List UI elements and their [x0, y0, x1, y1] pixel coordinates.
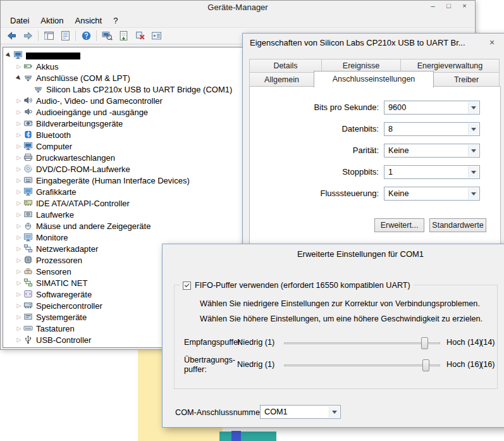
- field-dropdown[interactable]: 9600: [384, 101, 480, 115]
- tree-item-label: Mäuse und andere Zeigegeräte: [34, 221, 151, 231]
- audio-endpoint-icon: [23, 107, 34, 117]
- back-icon[interactable]: [3, 28, 20, 43]
- tree-item-label: Silicon Labs CP210x USB to UART Bridge (…: [44, 85, 232, 94]
- field-dropdown[interactable]: 1: [384, 165, 480, 179]
- monitor-icon: [23, 232, 34, 242]
- collapsed-arrow-icon[interactable]: ▷: [15, 266, 23, 277]
- tree-item-label: Druckwarteschlangen: [34, 153, 115, 163]
- tab-energieverwaltung[interactable]: Energieverwaltung: [400, 59, 500, 72]
- dropdown-arrow-icon[interactable]: [329, 406, 340, 418]
- background-window-fragment-blue: [231, 431, 241, 441]
- collapsed-arrow-icon[interactable]: ▷: [15, 106, 23, 118]
- tree-item-label: Audio-, Video- und Gamecontroller: [34, 96, 163, 106]
- collapsed-arrow-icon[interactable]: ▷: [15, 311, 23, 323]
- keyboard-icon: [23, 323, 34, 333]
- software-device-icon: [23, 289, 34, 299]
- system-device-icon: [23, 312, 34, 322]
- tab-details[interactable]: Details: [249, 59, 322, 72]
- dropdown-value: Keine: [388, 146, 409, 155]
- dropdown-value: COM1: [264, 407, 288, 416]
- field-dropdown[interactable]: Keine: [384, 187, 480, 201]
- help-icon[interactable]: [78, 28, 94, 43]
- tree-item-label: Audioeingänge und -ausgänge: [34, 108, 148, 117]
- export-list-icon[interactable]: [57, 28, 73, 43]
- storage-controller-icon: [23, 301, 34, 311]
- fifo-checkbox-label: FIFO-Puffer verwenden (erfordert 16550 k…: [195, 281, 410, 290]
- collapsed-arrow-icon[interactable]: ▷: [15, 140, 23, 152]
- collapsed-arrow-icon[interactable]: ▷: [15, 232, 23, 243]
- transmit-buffer-value: (16): [481, 360, 495, 369]
- tab-ereignisse[interactable]: Ereignisse: [321, 59, 401, 72]
- field-dropdown[interactable]: 8: [384, 122, 480, 136]
- close-button[interactable]: ×: [457, 1, 472, 11]
- collapsed-arrow-icon[interactable]: ▷: [15, 118, 23, 129]
- dropdown-arrow-icon[interactable]: [468, 123, 479, 135]
- collapsed-arrow-icon[interactable]: ▷: [15, 175, 23, 186]
- advanced-button[interactable]: Erweitert...: [374, 218, 424, 232]
- collapsed-arrow-icon[interactable]: ▷: [15, 277, 23, 289]
- tree-item-label: IDE ATA/ATAPI-Controller: [34, 199, 130, 208]
- collapsed-arrow-icon[interactable]: ▷: [15, 129, 23, 140]
- maximize-button[interactable]: □: [441, 1, 457, 11]
- dropdown-value: 1: [388, 168, 393, 177]
- tab-allgemein[interactable]: Allgemein: [249, 72, 314, 87]
- collapsed-arrow-icon[interactable]: ▷: [15, 289, 23, 300]
- com-port-dropdown[interactable]: COM1: [260, 405, 341, 419]
- collapsed-arrow-icon[interactable]: ▷: [15, 323, 23, 334]
- transmit-buffer-slider[interactable]: [284, 364, 440, 366]
- minimize-button[interactable]: –: [425, 1, 441, 11]
- tree-item-label: Anschlüsse (COM & LPT): [34, 73, 130, 83]
- collapsed-arrow-icon[interactable]: ▷: [15, 95, 23, 106]
- uninstall-device-icon[interactable]: [132, 28, 148, 43]
- dropdown-arrow-icon[interactable]: [468, 145, 479, 156]
- menu-item[interactable]: ?: [108, 15, 123, 27]
- slider-thumb[interactable]: [422, 359, 429, 371]
- dropdown-arrow-icon[interactable]: [468, 188, 479, 199]
- field-dropdown[interactable]: Keine: [384, 144, 480, 158]
- tab-treiber[interactable]: Treiber: [433, 72, 500, 87]
- scan-hardware-changes-icon[interactable]: [99, 28, 115, 43]
- window-title: Geräte-Manager: [1, 3, 475, 12]
- tree-item-label: Prozessoren: [34, 256, 82, 265]
- collapsed-arrow-icon[interactable]: ▷: [15, 163, 23, 175]
- device-properties-icon[interactable]: [148, 28, 164, 43]
- restore-defaults-button[interactable]: Standardwerte: [429, 218, 486, 232]
- collapsed-arrow-icon[interactable]: ▷: [15, 186, 23, 197]
- collapsed-arrow-icon[interactable]: ▷: [15, 334, 23, 345]
- close-icon[interactable]: ×: [483, 37, 501, 49]
- controller-icon: [23, 198, 34, 208]
- audio-icon: [23, 96, 34, 106]
- dropdown-arrow-icon[interactable]: [468, 102, 479, 113]
- dropdown-value: 9600: [388, 103, 406, 112]
- port-setting-row: Datenbits:8: [250, 122, 500, 136]
- disk-drive-icon: [23, 209, 34, 220]
- fifo-checkbox[interactable]: [183, 282, 191, 290]
- collapsed-arrow-icon[interactable]: ▷: [15, 152, 23, 163]
- menu-item[interactable]: Datei: [4, 15, 35, 27]
- tab-anschlusseinstellungen[interactable]: Anschlusseinstellungen: [314, 71, 434, 87]
- tree-item-label: Grafikkarte: [34, 187, 77, 197]
- receive-buffer-slider[interactable]: [284, 342, 440, 344]
- tree-item-label: [24, 51, 80, 60]
- computer-icon: [23, 141, 34, 151]
- dropdown-arrow-icon[interactable]: [468, 166, 479, 178]
- tree-item-label: Laufwerke: [34, 210, 74, 220]
- menu-item[interactable]: Aktion: [35, 15, 69, 27]
- tree-item-label: Netzwerkadapter: [34, 244, 98, 254]
- menu-item[interactable]: Ansicht: [70, 15, 108, 27]
- collapsed-arrow-icon[interactable]: ▷: [15, 254, 23, 266]
- show-console-tree-icon[interactable]: [40, 28, 57, 43]
- slider-thumb[interactable]: [421, 337, 428, 349]
- transmit-buffer-label: Übertragungs- puffer:: [184, 356, 235, 375]
- redacted-computer-name: [26, 53, 80, 59]
- update-driver-icon[interactable]: [115, 28, 132, 43]
- collapsed-arrow-icon[interactable]: ▷: [15, 209, 23, 220]
- field-label: Flusssteuerung:: [250, 187, 379, 201]
- hid-icon: [23, 175, 34, 185]
- collapsed-arrow-icon[interactable]: ▷: [15, 243, 23, 254]
- forward-icon[interactable]: [20, 28, 36, 43]
- collapsed-arrow-icon[interactable]: ▷: [15, 220, 23, 232]
- collapsed-arrow-icon[interactable]: ▷: [15, 197, 23, 209]
- hint-higher-settings: Wählen Sie höhere Einstellungen, um eine…: [200, 314, 482, 323]
- collapsed-arrow-icon[interactable]: ▷: [15, 300, 23, 311]
